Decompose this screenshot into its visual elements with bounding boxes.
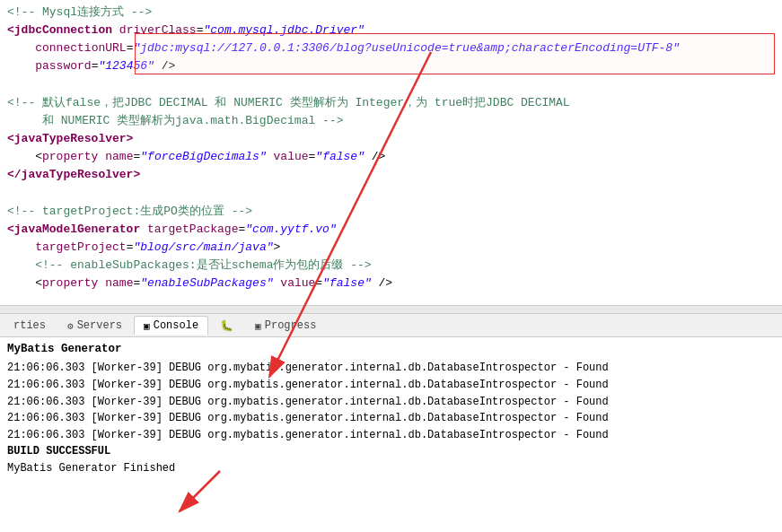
code-line-password: password="123456" />	[7, 57, 775, 75]
code-line-blank2	[7, 184, 775, 202]
console-finished: MyBatis Generator Finished	[7, 460, 775, 477]
servers-icon: ⚙	[67, 320, 74, 332]
tab-properties-label: rties	[13, 319, 46, 332]
console-line-4: 21:06:06.303 [Worker-39] DEBUG org.mybat…	[7, 410, 775, 427]
tab-servers[interactable]: ⚙ Servers	[57, 316, 132, 335]
tab-properties[interactable]: rties	[4, 316, 56, 335]
code-line-connectionurl: connectionURL="jdbc:mysql://127.0.0.1:33…	[7, 39, 775, 57]
tab-progress-label: Progress	[265, 319, 317, 332]
code-line-targetproject: targetProject="blog/src/main/java">	[7, 239, 775, 257]
console-line-1: 21:06:06.303 [Worker-39] DEBUG org.mybat…	[7, 360, 775, 377]
console-content: MyBatis Generator 21:06:06.303 [Worker-3…	[0, 337, 782, 481]
code-line-javamodelgenerator: <javaModelGenerator targetPackage="com.y…	[7, 221, 775, 239]
progress-icon: ▣	[255, 320, 261, 332]
code-line-blank1	[7, 76, 775, 94]
console-line-2: 21:06:06.303 [Worker-39] DEBUG org.mybat…	[7, 377, 775, 394]
code-line-javatyperesolver-close: </javaTypeResolver>	[7, 166, 775, 184]
code-editor: <!-- Mysql连接方式 --> <jdbcConnection drive…	[0, 0, 782, 305]
code-line-javatyperesolver-open: <javaTypeResolver>	[7, 130, 775, 148]
bottom-panel: rties ⚙ Servers ▣ Console 🐛 ▣ Progress M…	[0, 314, 782, 532]
console-header: MyBatis Generator	[7, 341, 775, 358]
code-line-property-forcebig: <property name="forceBigDecimals" value=…	[7, 148, 775, 166]
console-line-5: 21:06:06.303 [Worker-39] DEBUG org.mybat…	[7, 427, 775, 444]
code-line-comment-enablesub: <!-- enableSubPackages:是否让schema作为包的后缀 -…	[7, 257, 775, 275]
code-line-comment-decimal1: <!-- 默认false，把JDBC DECIMAL 和 NUMERIC 类型解…	[7, 94, 775, 112]
tab-console-label: Console	[154, 319, 198, 332]
tab-bar: rties ⚙ Servers ▣ Console 🐛 ▣ Progress	[0, 314, 782, 337]
code-line-comment-targetproject: <!-- targetProject:生成PO类的位置 -->	[7, 203, 775, 221]
code-line-jdbcconnection: <jdbcConnection driverClass="com.mysql.j…	[7, 22, 775, 39]
panel-divider	[0, 305, 782, 314]
console-build-success: BUILD SUCCESSFUL	[7, 443, 775, 460]
code-line-comment-decimal2: 和 NUMERIC 类型解析为java.math.BigDecimal -->	[7, 112, 775, 130]
code-line-property-enablesub: <property name="enableSubPackages" value…	[7, 275, 775, 292]
tab-console[interactable]: ▣ Console	[134, 316, 208, 335]
tab-servers-label: Servers	[77, 319, 122, 332]
tab-debug[interactable]: 🐛	[210, 316, 243, 336]
tab-progress[interactable]: ▣ Progress	[245, 316, 326, 335]
tab-debug-label: 🐛	[220, 319, 233, 333]
console-icon: ▣	[144, 320, 150, 332]
code-line-comment-mysql: <!-- Mysql连接方式 -->	[7, 4, 775, 22]
console-line-3: 21:06:06.303 [Worker-39] DEBUG org.mybat…	[7, 394, 775, 411]
